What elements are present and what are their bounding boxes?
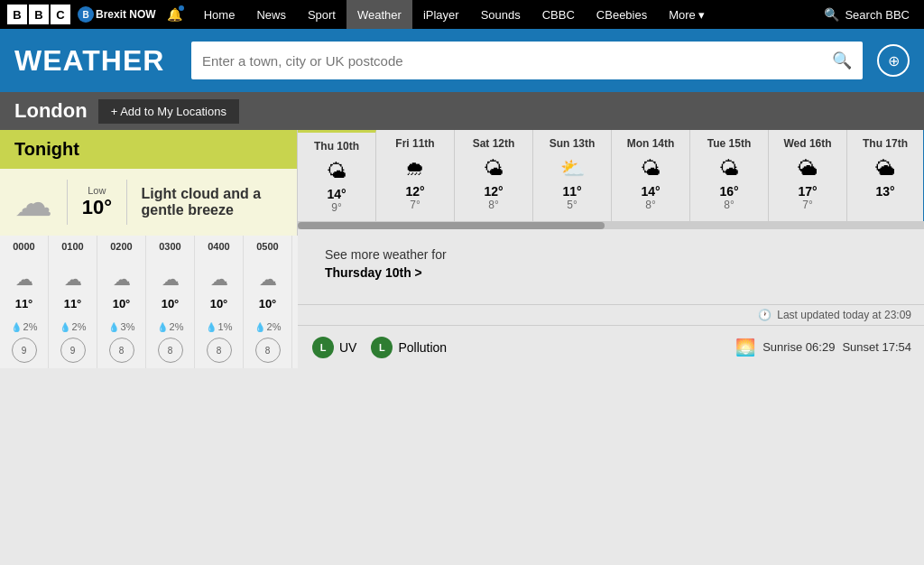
nav-sport[interactable]: Sport [297, 0, 346, 29]
see-more-link[interactable]: Thursday 10th > [325, 265, 899, 280]
nav-home[interactable]: Home [193, 0, 246, 29]
wind-circle-3: 8 [158, 338, 183, 363]
forecast-low-4: 8° [645, 199, 655, 211]
hourly-section: 0000 ☁ 11° 💧 2% 9 0100 ☁ 11° 💧 2% [0, 236, 298, 368]
forecast-icon-2: 🌤 [484, 157, 504, 181]
tonight-weather-icon: ☁ [14, 181, 52, 225]
rain-row-1: 💧 2% [60, 321, 87, 332]
sunset-label: Sunset 17:54 [842, 340, 911, 354]
divider2 [126, 180, 127, 225]
hour-icon-1: ☁ [64, 268, 82, 290]
rain-row-2: 💧 3% [108, 321, 135, 332]
rain-row-4: 💧 1% [206, 321, 233, 332]
hourly-row: 0000 ☁ 11° 💧 2% 9 0100 ☁ 11° 💧 2% [0, 236, 298, 368]
rain-pct-2: 3% [121, 321, 135, 332]
see-more-text: See more weather for [325, 247, 899, 262]
bottom-right: 🌅 Sunrise 06:29 Sunset 17:54 [735, 338, 911, 357]
forecast-mon14[interactable]: Mon 14th 🌤 14° 8° [612, 130, 690, 221]
search-label[interactable]: Search BBC [845, 8, 910, 22]
hour-0500: 0500 ☁ 10° 💧 2% 8 [244, 236, 292, 368]
hour-temp-0: 11° [15, 297, 33, 310]
rain-pct-1: 2% [72, 321, 87, 332]
add-to-locations-button[interactable]: + Add to My Locations [98, 99, 239, 124]
wind-circle-0: 9 [12, 338, 37, 363]
forecast-temps-3: 11° 5° [562, 184, 581, 211]
hour-label-4: 0400 [208, 241, 229, 252]
forecast-temps-2: 12° 8° [484, 184, 503, 211]
forecast-thu17[interactable]: Thu 17th 🌥 13° [847, 130, 924, 221]
hour-icon-3: ☁ [162, 268, 180, 290]
hour-icon-2: ☁ [113, 268, 131, 290]
forecast-low-6: 7° [802, 199, 812, 211]
forecast-high-0: 14° [327, 187, 346, 201]
wind-circle-2: 8 [109, 338, 134, 363]
right-panel: Thu 10th 🌤 14° 9° Fri 11th 🌧 12° 7° Sat … [298, 130, 924, 368]
rain-pct-0: 2% [23, 321, 38, 332]
tonight-temp-value: 10° [82, 196, 112, 219]
notification-bell-icon[interactable]: 🔔 [167, 7, 182, 22]
top-nav: B B C B Brexit NOW 🔔 Home News Sport Wea… [0, 0, 924, 29]
forecast-sat12[interactable]: Sat 12th 🌤 12° 8° [455, 130, 533, 221]
search-area[interactable]: 🔍 Search BBC [817, 7, 917, 22]
brexit-icon: B [78, 6, 94, 23]
tonight-title: Tonight [14, 139, 79, 159]
weather-search-input[interactable] [202, 53, 832, 69]
hour-0400: 0400 ☁ 10° 💧 1% 8 [195, 236, 244, 368]
rain-icon-0: 💧 [11, 322, 22, 332]
clock-icon: 🕐 [758, 309, 772, 321]
forecast-thu10[interactable]: Thu 10th 🌤 14° 9° [298, 130, 376, 221]
forecast-fri11[interactable]: Fri 11th 🌧 12° 7° [376, 130, 455, 221]
hour-label-0: 0000 [13, 241, 34, 252]
forecast-high-2: 12° [484, 184, 503, 199]
scroll-track[interactable] [298, 222, 924, 229]
bbc-c: C [51, 5, 70, 24]
forecast-high-1: 12° [405, 184, 424, 199]
forecast-low-0: 9° [331, 201, 341, 214]
nav-weather[interactable]: Weather [346, 0, 412, 29]
forecast-sun13[interactable]: Sun 13th ⛅ 11° 5° [533, 130, 612, 221]
pollution-badge: L [371, 337, 393, 358]
uv-item[interactable]: L UV [312, 337, 356, 358]
forecast-label-2: Sat 12th [473, 137, 515, 150]
nav-more[interactable]: More ▾ [658, 0, 716, 29]
pollution-label: Pollution [398, 340, 447, 355]
forecast-temps-4: 14° 8° [641, 184, 660, 211]
hour-label-5: 0500 [256, 241, 278, 252]
notification-dot [179, 5, 184, 11]
weather-search-button[interactable]: 🔍 [832, 51, 852, 70]
pollution-item[interactable]: L Pollution [371, 337, 447, 358]
nav-cbeebies[interactable]: CBeebies [586, 0, 658, 29]
hour-icon-4: ☁ [210, 268, 228, 290]
hour-temp-4: 10° [210, 297, 228, 310]
weather-search-bar[interactable]: 🔍 [191, 42, 863, 79]
forecast-label-3: Sun 13th [550, 137, 596, 150]
nav-iplayer[interactable]: iPlayer [412, 0, 470, 29]
status-bar: 🕐 Last updated today at 23:09 [298, 304, 924, 325]
forecast-wed16[interactable]: Wed 16th 🌥 17° 7° [769, 130, 847, 221]
forecast-temps-6: 17° 7° [798, 184, 817, 211]
nav-sounds[interactable]: Sounds [470, 0, 531, 29]
hour-0200: 0200 ☁ 10° 💧 3% 8 [97, 236, 146, 368]
last-updated-text: Last updated today at 23:09 [777, 309, 911, 321]
current-location-button[interactable]: ⊕ [877, 44, 910, 77]
nav-news[interactable]: News [245, 0, 297, 29]
hour-temp-5: 10° [259, 297, 277, 310]
nav-links: Home News Sport Weather iPlayer Sounds C… [193, 0, 818, 29]
scroll-thumb[interactable] [298, 222, 605, 229]
rain-row-5: 💧 2% [254, 321, 282, 332]
hour-label-1: 0100 [61, 241, 83, 252]
forecast-high-4: 14° [641, 184, 660, 199]
forecast-low-3: 5° [567, 199, 577, 211]
forecast-icon-6: 🌥 [798, 157, 818, 181]
forecast-label-7: Thu 17th [863, 137, 908, 150]
nav-cbbc[interactable]: CBBC [531, 0, 586, 29]
tonight-panel: Tonight ☁ Low 10° Light cloud and a gent… [0, 130, 298, 236]
rain-pct-5: 2% [267, 321, 282, 332]
uv-label: UV [339, 340, 356, 355]
left-panel: Tonight ☁ Low 10° Light cloud and a gent… [0, 130, 298, 368]
rain-pct-4: 1% [218, 321, 233, 332]
forecast-tue15[interactable]: Tue 15th 🌤 16° 8° [690, 130, 769, 221]
forecast-low-2: 8° [488, 199, 498, 211]
brexit-label[interactable]: Brexit NOW [96, 8, 156, 21]
see-more-area: See more weather for Thursday 10th > [298, 229, 924, 304]
